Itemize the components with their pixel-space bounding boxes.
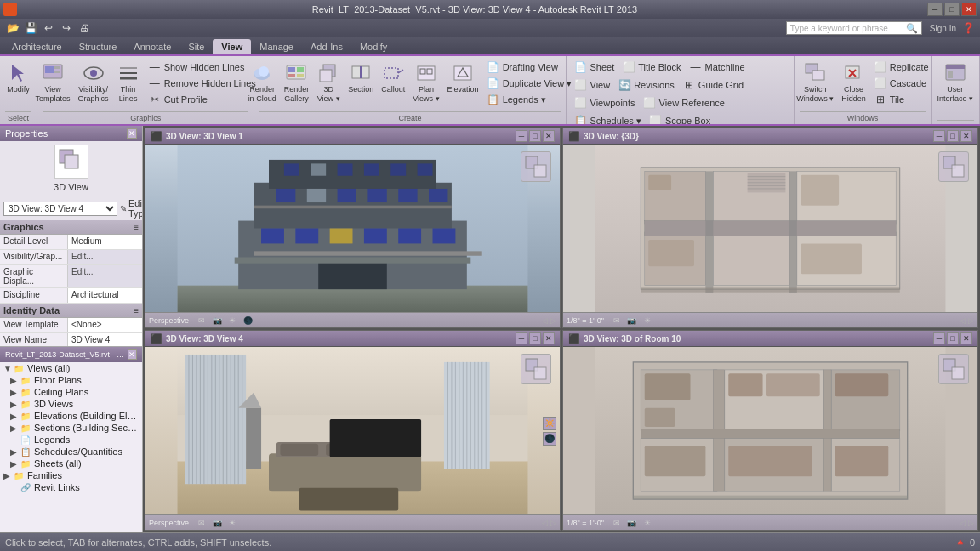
help-button[interactable]: ❓	[962, 22, 975, 34]
title-block-button[interactable]: ⬜ Title Block	[619, 60, 683, 75]
scope-box-button[interactable]: ⬜ Scope Box	[647, 113, 713, 126]
tree-item-sections[interactable]: ▶ 📁 Sections (Building Section)	[0, 422, 142, 434]
duplicate-view-button[interactable]: 📄 Duplicate View ▾	[484, 76, 575, 91]
view3-content[interactable]: 🔆 🌑	[145, 347, 560, 514]
view1-restore-button[interactable]: □	[529, 130, 541, 142]
view3-footer-camera[interactable]: 📷	[211, 517, 223, 529]
close-button[interactable]: ✕	[961, 3, 977, 16]
properties-collapse-button[interactable]: ✕	[127, 128, 137, 139]
view3-side-btn2[interactable]: 🌑	[543, 432, 556, 446]
view1-minimize-button[interactable]: ─	[516, 130, 527, 142]
view-reference-button[interactable]: ⬜ View Reference	[641, 95, 727, 111]
view3-side-btn1[interactable]: 🔆	[543, 417, 556, 430]
view2-close-button[interactable]: ✕	[960, 130, 972, 142]
tree-item-schedules[interactable]: ▶ 📋 Schedules/Quantities	[0, 446, 142, 457]
revisions-button[interactable]: 🔄 Revisions	[615, 77, 677, 93]
view1-footer-camera[interactable]: 📷	[211, 315, 223, 327]
legends-button[interactable]: 📋 Legends ▾	[484, 92, 575, 107]
cut-profile-button[interactable]: ✂ Cut Profile	[145, 92, 259, 107]
view1-footer-sun[interactable]: ☀	[226, 315, 238, 327]
render-cloud-button[interactable]: Renderin Cloud	[246, 60, 279, 105]
tab-architecture[interactable]: Architecture	[3, 39, 71, 54]
redo-button[interactable]: ↪	[59, 20, 74, 36]
save-button[interactable]: 💾	[23, 20, 38, 36]
view3-footer-email[interactable]: ✉	[196, 517, 208, 529]
switch-windows-button[interactable]: SwitchWindows ▾	[794, 60, 836, 105]
sheet-button[interactable]: 📄 Sheet	[572, 60, 618, 75]
undo-button[interactable]: ↩	[41, 20, 56, 36]
remove-hidden-lines-button[interactable]: — Remove Hidden Lines	[145, 76, 259, 91]
show-hidden-lines-button[interactable]: — Show Hidden Lines	[145, 60, 259, 75]
view1-footer-shadows[interactable]: 🌑	[242, 315, 254, 327]
viewpoints-button[interactable]: ⬜ Viewpoints	[572, 95, 638, 111]
modify-button[interactable]: Modify	[4, 60, 33, 96]
open-button[interactable]: 📂	[5, 20, 20, 36]
view1-nav-cube[interactable]	[521, 151, 551, 182]
view1-footer-email[interactable]: ✉	[196, 315, 208, 327]
elevation-button[interactable]: Elevation	[445, 60, 481, 96]
visibility-graphics-button[interactable]: Visibility/Graphics	[76, 60, 111, 105]
tree-item-families[interactable]: ▶ 📁 Families	[0, 469, 142, 481]
tree-item-views-all[interactable]: ▼ 📁 Views (all)	[0, 362, 142, 374]
drafting-view-button[interactable]: 📄 Drafting View	[484, 60, 575, 75]
thin-lines-button[interactable]: ThinLines	[114, 60, 143, 105]
tab-site[interactable]: Site	[179, 39, 213, 54]
sign-in-button[interactable]: Sign In	[930, 24, 956, 33]
matchline-button[interactable]: — Matchline	[687, 60, 748, 75]
tree-item-3d-views[interactable]: ▶ 📁 3D Views	[0, 398, 142, 410]
view4-close-button[interactable]: ✕	[960, 332, 972, 344]
view-sheet-button[interactable]: ⬜ View	[572, 77, 613, 93]
view3-restore-button[interactable]: □	[529, 332, 541, 344]
view3-footer-sun[interactable]: ☀	[226, 517, 238, 529]
tree-item-revit-links[interactable]: 🔗 Revit Links	[0, 481, 142, 493]
view2-footer-camera[interactable]: 📷	[626, 315, 638, 327]
tree-item-sheets[interactable]: ▶ 📁 Sheets (all)	[0, 457, 142, 469]
cascade-button[interactable]: ⬜ Cascade	[871, 76, 932, 91]
graphic-display-edit-button[interactable]: Edit...	[68, 265, 142, 287]
minimize-button[interactable]: ─	[927, 3, 943, 16]
view3-close-button[interactable]: ✕	[543, 332, 555, 344]
restore-button[interactable]: □	[944, 3, 960, 16]
view3-minimize-button[interactable]: ─	[516, 332, 527, 344]
callout-button[interactable]: Callout	[379, 60, 407, 96]
edit-type-button[interactable]: ✎ Edit Type	[120, 198, 142, 219]
view2-minimize-button[interactable]: ─	[933, 130, 945, 142]
guide-grid-button[interactable]: ⊞ Guide Grid	[680, 77, 746, 93]
view1-content[interactable]	[145, 145, 560, 312]
view2-footer-sun[interactable]: ☀	[641, 315, 653, 327]
tree-item-legends[interactable]: 📄 Legends	[0, 434, 142, 446]
view-templates-button[interactable]: ViewTemplates	[33, 60, 73, 105]
view4-footer-email[interactable]: ✉	[611, 517, 623, 529]
view4-footer-sun[interactable]: ☀	[641, 517, 653, 529]
tab-modify[interactable]: Modify	[351, 39, 396, 54]
view2-footer-email[interactable]: ✉	[611, 315, 623, 327]
project-browser-collapse-button[interactable]: ✕	[128, 349, 137, 360]
print-button[interactable]: 🖨	[77, 20, 92, 36]
schedules-button[interactable]: 📋 Schedules ▾	[572, 113, 644, 126]
section-button[interactable]: Section	[345, 60, 376, 96]
replicate-button[interactable]: ⬜ Replicate	[871, 60, 932, 75]
visibility-edit-button[interactable]: Edit...	[68, 250, 142, 264]
render-gallery-button[interactable]: RenderGallery	[282, 60, 312, 105]
view4-nav-cube[interactable]	[938, 354, 969, 384]
tile-button[interactable]: ⊞ Tile	[871, 92, 932, 107]
tab-addins[interactable]: Add-Ins	[302, 39, 351, 54]
view4-restore-button[interactable]: □	[947, 332, 959, 344]
view4-content[interactable]	[563, 347, 977, 514]
view2-nav-cube[interactable]	[938, 151, 969, 182]
view4-minimize-button[interactable]: ─	[933, 332, 945, 344]
3d-view-button[interactable]: 3DView ▾	[314, 60, 343, 105]
view2-content[interactable]	[563, 145, 977, 312]
view1-close-button[interactable]: ✕	[543, 130, 555, 142]
view2-restore-button[interactable]: □	[947, 130, 959, 142]
close-hidden-button[interactable]: CloseHidden	[839, 60, 869, 105]
tab-structure[interactable]: Structure	[71, 39, 126, 54]
plan-views-button[interactable]: PlanViews ▾	[410, 60, 442, 105]
tab-view[interactable]: View	[213, 39, 251, 54]
view4-footer-camera[interactable]: 📷	[626, 517, 638, 529]
tree-item-floor-plans[interactable]: ▶ 📁 Floor Plans	[0, 374, 142, 386]
view-selector-dropdown[interactable]: 3D View: 3D View 4 3D View: 3D View 1 3D…	[3, 202, 117, 216]
tree-item-ceiling-plans[interactable]: ▶ 📁 Ceiling Plans	[0, 386, 142, 398]
view3-nav-cube[interactable]	[521, 354, 551, 384]
tab-annotate[interactable]: Annotate	[125, 39, 179, 54]
